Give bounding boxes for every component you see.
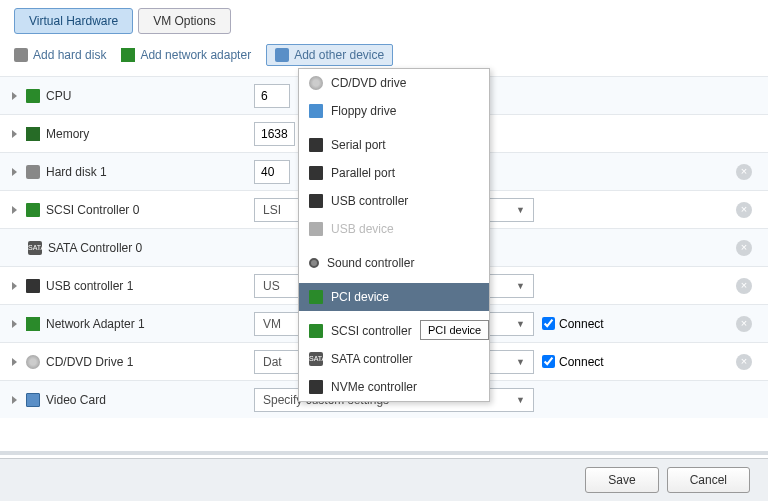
tab-vm-options[interactable]: VM Options [138,8,231,34]
menu-floppy-drive[interactable]: Floppy drive [299,97,489,125]
row-network-adapter-1[interactable]: Network Adapter 1 [0,309,246,339]
menu-usb-controller[interactable]: USB controller [299,187,489,215]
add-other-device-menu: CD/DVD drive Floppy drive Serial port Pa… [298,68,490,402]
network-icon [121,48,135,62]
hd1-label: Hard disk 1 [46,165,107,179]
scsi-icon [309,324,323,338]
floppy-icon [309,104,323,118]
row-hard-disk-1[interactable]: Hard disk 1 [0,157,246,187]
net1-value: VM [263,317,281,331]
row-memory[interactable]: Memory [0,119,246,149]
sata-icon: SATA [28,241,42,255]
add-disk-label: Add hard disk [33,48,106,62]
menu-label: Floppy drive [331,104,396,118]
menu-label: Sound controller [327,256,414,270]
sata-icon: SATA [309,352,323,366]
connect-label: Connect [559,355,604,369]
menu-sata-controller[interactable]: SATASATA controller [299,345,489,373]
sata0-label: SATA Controller 0 [48,241,142,255]
remove-hd1-button[interactable]: × [736,164,752,180]
usb1-label: USB controller 1 [46,279,133,293]
dropdown-arrow-icon: ▼ [516,205,525,215]
remove-cd1-button[interactable]: × [736,354,752,370]
cd-icon [309,76,323,90]
add-net-label: Add network adapter [140,48,251,62]
expand-caret-icon [12,168,17,176]
tab-virtual-hardware[interactable]: Virtual Hardware [14,8,133,34]
dropdown-arrow-icon: ▼ [516,395,525,405]
video-label: Video Card [46,393,106,407]
hd1-input[interactable]: 40 [254,160,290,184]
usb-icon [26,279,40,293]
cpu-label: CPU [46,89,71,103]
menu-label: CD/DVD drive [331,76,406,90]
menu-label: Parallel port [331,166,395,180]
sound-icon [309,258,319,268]
expand-caret-icon [12,92,17,100]
remove-scsi0-button[interactable]: × [736,202,752,218]
expand-caret-icon [12,358,17,366]
nvme-icon [309,380,323,394]
menu-label: USB device [331,222,394,236]
remove-usb1-button[interactable]: × [736,278,752,294]
memory-icon [26,127,40,141]
row-cpu[interactable]: CPU [0,81,246,111]
expand-caret-icon [12,282,17,290]
memory-input[interactable]: 1638 [254,122,295,146]
tooltip-pci-device: PCI device [420,320,489,340]
net1-connect-checkbox[interactable]: Connect [542,317,604,331]
menu-label: PCI device [331,290,389,304]
dropdown-arrow-icon: ▼ [516,319,525,329]
add-hard-disk-button[interactable]: Add hard disk [14,48,106,62]
pci-icon [309,290,323,304]
menu-nvme-controller[interactable]: NVMe controller [299,373,489,401]
disk-icon [26,165,40,179]
save-button[interactable]: Save [585,467,658,493]
add-other-device-button[interactable]: Add other device [266,44,393,66]
parallel-icon [309,166,323,180]
serial-icon [309,138,323,152]
menu-parallel-port[interactable]: Parallel port [299,159,489,187]
memory-label: Memory [46,127,89,141]
usb-icon [309,222,323,236]
scsi0-label: SCSI Controller 0 [46,203,139,217]
expand-caret-icon [12,206,17,214]
add-network-adapter-button[interactable]: Add network adapter [121,48,251,62]
row-video-card[interactable]: Video Card [0,385,246,415]
menu-label: SCSI controller [331,324,412,338]
expand-caret-icon [12,130,17,138]
row-cd-dvd-drive-1[interactable]: CD/DVD Drive 1 [0,347,246,377]
usb-icon [309,194,323,208]
remove-net1-button[interactable]: × [736,316,752,332]
disk-icon [14,48,28,62]
connect-label: Connect [559,317,604,331]
cancel-button[interactable]: Cancel [667,467,750,493]
video-icon [26,393,40,407]
expand-caret-icon [12,396,17,404]
menu-cd-dvd-drive[interactable]: CD/DVD drive [299,69,489,97]
menu-serial-port[interactable]: Serial port [299,131,489,159]
device-icon [275,48,289,62]
dropdown-arrow-icon: ▼ [516,357,525,367]
menu-pci-device[interactable]: PCI device [299,283,489,311]
row-usb-controller-1[interactable]: USB controller 1 [0,271,246,301]
remove-sata0-button[interactable]: × [736,240,752,256]
menu-label: Serial port [331,138,386,152]
network-icon [26,317,40,331]
menu-label: USB controller [331,194,408,208]
row-sata-controller-0[interactable]: SATASATA Controller 0 [0,233,246,263]
cd1-value: Dat [263,355,282,369]
cd1-connect-checkbox[interactable]: Connect [542,355,604,369]
cpu-input[interactable]: 6 [254,84,290,108]
cpu-icon [26,89,40,103]
menu-label: NVMe controller [331,380,417,394]
scsi-icon [26,203,40,217]
add-other-label: Add other device [294,48,384,62]
scsi0-value: LSI [263,203,281,217]
menu-sound-controller[interactable]: Sound controller [299,249,489,277]
footer-divider [0,451,768,455]
menu-label: SATA controller [331,352,413,366]
net1-label: Network Adapter 1 [46,317,145,331]
usb1-value: US [263,279,280,293]
row-scsi-controller-0[interactable]: SCSI Controller 0 [0,195,246,225]
